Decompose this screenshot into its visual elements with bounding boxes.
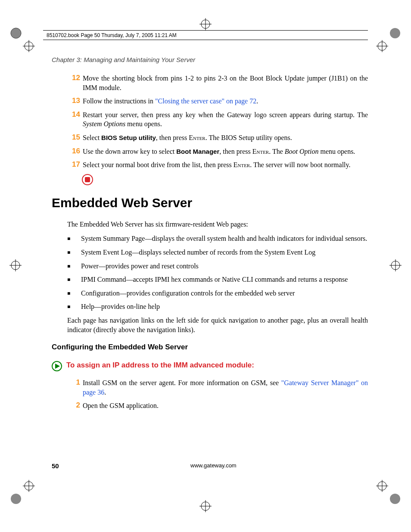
bullet-text: Help—provides on-line help: [81, 302, 160, 311]
text-run: , then press: [219, 148, 252, 155]
step-item: 16Use the down arrow key to select Boot …: [52, 147, 368, 156]
svg-marker-32: [55, 364, 60, 369]
step-item: 17Select your normal boot drive from the…: [52, 160, 368, 170]
bullet-icon: ■: [67, 289, 81, 298]
step-number: 14: [67, 110, 80, 129]
bullet-icon: ■: [67, 248, 81, 257]
key-name: Enter: [252, 148, 269, 155]
text-run: . The: [269, 148, 285, 155]
step-number: 2: [67, 401, 80, 411]
bullet-item: ■Power—provides power and reset controls: [67, 261, 368, 271]
task-title: To assign an IP address to the IMM advan…: [66, 361, 254, 370]
ui-label: Boot Option: [285, 148, 319, 155]
footer-url: www.gateway.com: [59, 462, 368, 470]
header-meta: 8510702.book Page 50 Thursday, July 7, 2…: [47, 32, 177, 38]
bullet-icon: ■: [67, 275, 81, 284]
page-number: 50: [52, 462, 59, 470]
heading-1: Embedded Web Server: [52, 196, 368, 210]
step-text: Select your normal boot drive from the l…: [83, 160, 351, 170]
text-run: .: [104, 389, 106, 396]
text-run: menu opens.: [125, 120, 162, 128]
cross-ref-link[interactable]: "Closing the server case" on page 72: [155, 97, 256, 105]
step-number: 1: [67, 378, 80, 397]
text-run: menu opens.: [318, 148, 355, 155]
key-name: Enter: [189, 134, 206, 141]
svg-point-9: [11, 494, 21, 504]
step-item: 14Restart your server, then press any ke…: [52, 110, 368, 129]
crop-mark-icon: [9, 27, 35, 53]
crop-mark-icon: [376, 479, 402, 505]
step-text: Use the down arrow key to select Boot Ma…: [83, 147, 355, 156]
text-run: Select: [83, 134, 101, 141]
bullet-item: ■System Event Log—displays selected numb…: [67, 248, 368, 257]
bullet-text: System Summary Page—displays the overall…: [81, 234, 367, 243]
chapter-label: Chapter 3: Managing and Maintaining Your…: [52, 56, 368, 63]
footer: 50 www.gateway.com: [52, 462, 368, 470]
bullet-item: ■System Summary Page—displays the overal…: [67, 234, 368, 243]
step-item: 12Move the shorting block from pins 1-2 …: [52, 74, 368, 92]
svg-point-13: [390, 494, 400, 504]
svg-point-5: [390, 28, 400, 38]
text-run: , then press: [156, 134, 189, 141]
header-rule: [43, 40, 368, 40]
step-item: 1Install GSM on the server agent. For mo…: [52, 378, 368, 397]
bullet-text: Configuration—provides configuration con…: [81, 289, 295, 298]
step-text: Install GSM on the server agent. For mor…: [83, 378, 368, 397]
bullet-icon: ■: [67, 261, 81, 271]
heading-2: Configuring the Embedded Web Server: [52, 343, 368, 352]
text-run: Open the GSM application.: [83, 402, 159, 409]
step-number: 16: [67, 147, 80, 156]
bullet-item: ■Help—provides on-line help: [67, 302, 368, 311]
bullet-icon: ■: [67, 234, 81, 243]
ui-label: Boot Manager: [176, 148, 219, 155]
stop-icon: [82, 174, 368, 187]
bullet-icon: ■: [67, 302, 81, 311]
task-heading: To assign an IP address to the IMM advan…: [52, 361, 368, 373]
crop-mark-icon: [376, 27, 402, 53]
step-number: 13: [67, 96, 80, 106]
step-number: 12: [67, 74, 80, 92]
step-text: Restart your server, then press any key …: [83, 110, 368, 129]
text-run: Use the down arrow key to select: [83, 148, 176, 155]
text-run: Move the shorting block from pins 1-2 to…: [83, 75, 368, 91]
ui-label: System Options: [83, 120, 125, 128]
body-text: Each page has navigation links on the le…: [67, 316, 368, 334]
bullet-text: IPMI Command—accepts IPMI hex commands o…: [81, 275, 348, 284]
bullet-text: Power—provides power and reset controls: [81, 261, 199, 271]
play-icon: [52, 361, 62, 373]
registration-mark-icon: [389, 259, 402, 273]
step-text: Follow the instructions in "Closing the …: [83, 96, 258, 106]
bullet-item: ■IPMI Command—accepts IPMI hex commands …: [67, 275, 368, 284]
step-item: 2Open the GSM application.: [52, 401, 368, 411]
text-run: Restart your server, then press any key …: [83, 111, 368, 118]
text-run: . The server will now boot normally.: [250, 161, 350, 168]
step-number: 17: [67, 160, 80, 170]
text-run: Select your normal boot drive from the l…: [83, 161, 234, 168]
intro-text: The Embedded Web Server has six firmware…: [67, 220, 368, 229]
text-run: Follow the instructions in: [83, 97, 155, 105]
registration-mark-icon: [9, 259, 22, 273]
step-number: 15: [67, 133, 80, 143]
bullet-text: System Event Log—displays selected numbe…: [81, 248, 315, 257]
bullet-item: ■Configuration—provides configuration co…: [67, 289, 368, 298]
text-run: .: [256, 97, 258, 105]
crop-mark-icon: [9, 479, 35, 505]
registration-mark-icon: [199, 500, 212, 514]
key-name: Enter: [234, 161, 250, 168]
text-run: Install GSM on the server agent. For mor…: [83, 379, 281, 386]
text-run: . The BIOS Setup utility opens.: [206, 134, 292, 141]
svg-rect-30: [85, 177, 90, 182]
step-text: Move the shorting block from pins 1-2 to…: [83, 74, 368, 92]
step-item: 15Select BIOS Setup utility, then press …: [52, 133, 368, 143]
header-rule: [43, 30, 368, 31]
step-text: Select BIOS Setup utility, then press En…: [83, 133, 292, 143]
ui-label: BIOS Setup utility: [101, 134, 156, 141]
step-text: Open the GSM application.: [83, 401, 159, 411]
step-item: 13Follow the instructions in "Closing th…: [52, 96, 368, 106]
page-content: Chapter 3: Managing and Maintaining Your…: [52, 56, 368, 415]
